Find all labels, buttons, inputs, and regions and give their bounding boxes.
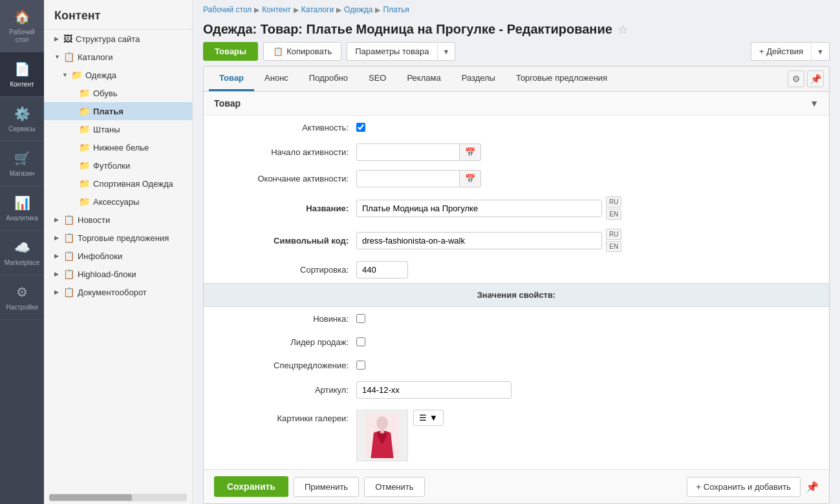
breadcrumb-link-desktop[interactable]: Рабочий стол [203, 5, 252, 14]
tab-seo[interactable]: SEO [358, 67, 396, 91]
tab-tovar[interactable]: Товар [209, 67, 254, 91]
save-add-button[interactable]: + Сохранить и добавить [687, 477, 801, 497]
sidebar-item-dashboard-label: Рабочий стол [3, 28, 41, 44]
input-start-date[interactable] [356, 143, 460, 161]
breadcrumb-link-odezhda[interactable]: Одежда [344, 5, 372, 14]
date-input-start: 📅 [356, 143, 481, 161]
sidebar-item-shop-label: Магазин [10, 170, 35, 178]
sidebar-item-struktura[interactable]: ▶ 🖼 Структура сайта [44, 30, 192, 48]
nav-label-katalogi: Каталоги [78, 52, 113, 62]
lang-buttons-code: RU EN [606, 229, 621, 252]
sidebar-item-dashboard[interactable]: 🏠 Рабочий стол [0, 0, 44, 52]
params-button[interactable]: Параметры товара [347, 42, 436, 61]
sidebar-item-infobloki[interactable]: ▶ 📋 Инфоблоки [44, 247, 192, 265]
arrow-icon [70, 144, 78, 151]
sidebar-item-analytics[interactable]: 📊 Аналитика [0, 186, 44, 231]
settings-icon: ⚙ [13, 283, 31, 301]
sidebar-item-obuv[interactable]: 📁 Обувь [44, 84, 192, 102]
sidebar-item-odezhda[interactable]: ▼ 📁 Одежда [44, 66, 192, 84]
form-row-novinka: Новинка: [204, 307, 829, 330]
lang-btn-en-code[interactable]: EN [606, 241, 621, 252]
tab-torgovye[interactable]: Торговые предложения [506, 67, 618, 91]
calendar-button-end[interactable]: 📅 [460, 170, 481, 187]
gallery-menu-button[interactable]: ☰ ▼ [413, 410, 444, 426]
star-icon[interactable]: ☆ [618, 23, 628, 37]
gallery-thumbnail[interactable] [356, 410, 408, 461]
sidebar-item-settings[interactable]: ⚙ Настройки [0, 275, 44, 320]
lang-btn-en[interactable]: EN [606, 209, 621, 220]
sidebar-item-futbolki[interactable]: 📁 Футболки [44, 156, 192, 174]
content-icon: 📄 [13, 60, 31, 78]
checkbox-lider[interactable] [356, 337, 365, 346]
sidebar-item-shop[interactable]: 🛒 Магазин [0, 142, 44, 186]
folder-icon: 📋 [63, 52, 74, 62]
collapse-icon[interactable]: ▼ [810, 98, 819, 109]
sidebar-item-dokumento[interactable]: ▶ 📋 Документооборот [44, 283, 192, 301]
actions-button[interactable]: + Действия [751, 42, 811, 61]
sidebar-item-highload[interactable]: ▶ 📋 Highload-блоки [44, 265, 192, 283]
tab-podrobno[interactable]: Подробно [299, 67, 358, 91]
breadcrumb-link-platya[interactable]: Платья [383, 5, 409, 14]
settings-tab-button[interactable]: ⚙ [788, 70, 804, 87]
properties-header: Значения свойств: [204, 283, 829, 307]
sidebar-item-katalogi[interactable]: ▼ 📋 Каталоги [44, 48, 192, 66]
folder-icon: 📁 [79, 106, 90, 116]
tab-reklama[interactable]: Реклама [397, 67, 451, 91]
separator: ▶ [336, 6, 341, 14]
apply-button[interactable]: Применить [294, 477, 359, 497]
form-row-start-activity: Начало активности: 📅 [204, 139, 829, 165]
toolbar: Товары 📋 Копировать Параметры товара ▼ +… [193, 42, 840, 66]
breadcrumb-link-content[interactable]: Контент [262, 5, 290, 14]
folder-icon: 📋 [63, 287, 74, 297]
input-code[interactable] [356, 232, 602, 249]
tab-razdely[interactable]: Разделы [451, 67, 506, 91]
menu-lines-icon: ☰ [419, 413, 427, 423]
sidebar-item-nizhnee[interactable]: 📁 Нижнее белье [44, 138, 192, 156]
sidebar-item-torgovye[interactable]: ▶ 📋 Торговые предложения [44, 229, 192, 247]
nav-label-nizhnee: Нижнее белье [93, 143, 149, 152]
scrollbar[interactable] [49, 494, 187, 501]
input-article[interactable] [356, 381, 512, 399]
checkbox-novinka[interactable] [356, 314, 365, 323]
folder-icon: 📁 [79, 88, 90, 98]
tab-anons[interactable]: Анонс [254, 67, 299, 91]
products-button[interactable]: Товары [203, 42, 258, 61]
pin-icon[interactable]: 📌 [806, 481, 819, 493]
control-lider [356, 337, 819, 346]
sidebar-item-platya[interactable]: 📁 Платья [44, 102, 192, 120]
pin-tab-button[interactable]: 📌 [807, 70, 824, 87]
breadcrumb-link-katalogi[interactable]: Каталоги [301, 5, 334, 14]
control-article [356, 381, 819, 399]
folder-icon: 📋 [63, 251, 74, 261]
form-row-article: Артикул: [204, 377, 829, 403]
cancel-button[interactable]: Отменить [364, 477, 424, 497]
params-button-group: Параметры товара ▼ [347, 42, 455, 61]
sidebar-item-services[interactable]: ⚙️ Сервисы [0, 97, 44, 142]
lang-btn-ru[interactable]: RU [606, 196, 621, 207]
params-arrow-button[interactable]: ▼ [437, 42, 456, 61]
actions-arrow-button[interactable]: ▼ [811, 42, 830, 61]
checkbox-activity[interactable] [356, 123, 365, 132]
sidebar-item-aksessuary[interactable]: 📁 Аксессуары [44, 193, 192, 211]
shop-icon: 🛒 [13, 149, 31, 167]
nav-label-aksessuary: Аксессуары [93, 197, 139, 207]
input-sort[interactable] [356, 261, 408, 278]
sidebar-item-shtany[interactable]: 📁 Штаны [44, 120, 192, 138]
sidebar-item-marketplace[interactable]: ☁️ Marketplace [0, 231, 44, 275]
copy-button[interactable]: 📋 Копировать [263, 42, 341, 61]
input-name[interactable] [356, 200, 602, 217]
checkbox-spec[interactable] [356, 361, 365, 370]
lang-btn-ru-code[interactable]: RU [606, 229, 621, 240]
nav-label-novosti: Новости [78, 215, 110, 225]
sidebar-item-content[interactable]: 📄 Контент [0, 52, 44, 97]
analytics-icon: 📊 [13, 194, 31, 212]
bottom-bar: Сохранить Применить Отменить + Сохранить… [204, 469, 829, 503]
input-end-date[interactable] [356, 170, 460, 187]
form-row-end-activity: Окончание активности: 📅 [204, 165, 829, 192]
save-button[interactable]: Сохранить [214, 476, 288, 497]
arrow-icon [70, 180, 78, 187]
sidebar-item-sportivnaya[interactable]: 📁 Спортивная Одежда [44, 174, 192, 193]
calendar-button-start[interactable]: 📅 [460, 143, 481, 161]
sidebar-item-novosti[interactable]: ▶ 📋 Новости [44, 211, 192, 229]
form-row-sort: Сортировка: [204, 257, 829, 283]
